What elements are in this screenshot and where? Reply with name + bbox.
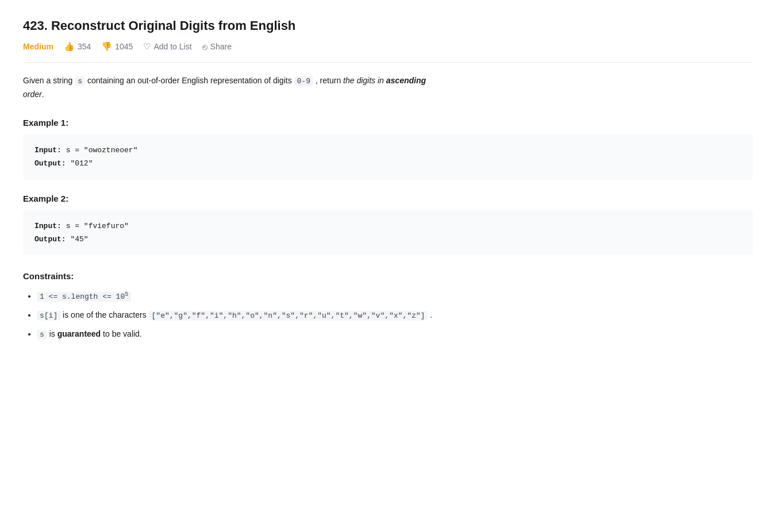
constraints-section: Constraints: 1 <= s.length <= 105 s[i] i… (23, 271, 753, 342)
example-2-output-value: "45" (70, 235, 88, 244)
example-1-block: Input: s = "owoztneoer" Output: "012" (23, 134, 753, 180)
example-2-title: Example 2: (23, 194, 753, 203)
constraints-list: 1 <= s.length <= 105 s[i] is one of the … (23, 288, 753, 342)
downvote-button[interactable]: 👎 1045 (101, 41, 133, 52)
upvote-button[interactable]: 👍 354 (64, 41, 91, 52)
difficulty-badge: Medium (23, 42, 53, 51)
example-1-output-value: "012" (70, 159, 93, 168)
constraint-2-end: . (430, 310, 432, 319)
problem-description: Given a string s containing an out-of-or… (23, 74, 713, 102)
example-2-input: Input: s = "fviefuro" (34, 219, 742, 233)
constraint-3: s is guaranteed to be valid. (37, 326, 753, 342)
constraint-3-scode: s (37, 330, 47, 340)
add-to-list-button[interactable]: ♡ Add to List (143, 41, 191, 52)
constraint-2-text: is one of the characters (63, 310, 148, 319)
constraint-1: 1 <= s.length <= 105 (37, 288, 753, 304)
example-1-output: Output: "012" (34, 157, 742, 170)
share-button[interactable]: ⎋ Share (202, 42, 232, 52)
constraint-3-text: is guaranteed to be valid. (49, 329, 142, 338)
thumbs-up-icon: 👍 (64, 41, 75, 52)
constraint-2: s[i] is one of the characters ["e","g","… (37, 307, 753, 323)
constraint-2-sicode: s[i] (37, 311, 60, 321)
example-1-wrapper: Example 1: Input: s = "owoztneoer" Outpu… (23, 118, 753, 180)
upvote-count: 354 (78, 42, 91, 51)
add-to-list-label: Add to List (153, 42, 191, 51)
example-1-title: Example 1: (23, 118, 753, 128)
thumbs-down-icon: 👎 (101, 41, 112, 52)
meta-bar: Medium 👍 354 👎 1045 ♡ Add to List ⎋ Shar… (23, 41, 753, 63)
page-title: 423. Reconstruct Original Digits from En… (23, 18, 753, 33)
example-2-input-value: s = "fviefuro" (66, 222, 129, 230)
downvote-count: 1045 (115, 42, 133, 51)
example-2-output: Output: "45" (34, 233, 742, 246)
example-2-input-label: Input: (34, 222, 62, 230)
example-2-block: Input: s = "fviefuro" Output: "45" (23, 210, 753, 256)
constraints-title: Constraints: (23, 271, 753, 281)
heart-icon: ♡ (143, 41, 151, 52)
example-2-output-label: Output: (34, 235, 66, 244)
desc-range-code: 0-9 (294, 76, 313, 86)
example-1-input: Input: s = "owoztneoer" (34, 144, 742, 157)
example-1-output-label: Output: (34, 159, 66, 168)
desc-middle: containing an out-of-order English repre… (85, 76, 294, 85)
share-label: Share (210, 42, 232, 51)
constraint-1-code: 1 <= s.length <= 105 (37, 292, 131, 302)
share-icon: ⎋ (202, 42, 208, 52)
example-2-wrapper: Example 2: Input: s = "fviefuro" Output:… (23, 194, 753, 256)
desc-prefix: Given a string (23, 76, 75, 85)
example-1-input-label: Input: (34, 146, 62, 155)
constraint-2-chars: ["e","g","f","i","h","o","n","s","r","u"… (149, 311, 428, 321)
desc-s-code: s (75, 76, 85, 86)
example-1-input-value: s = "owoztneoer" (66, 146, 138, 155)
